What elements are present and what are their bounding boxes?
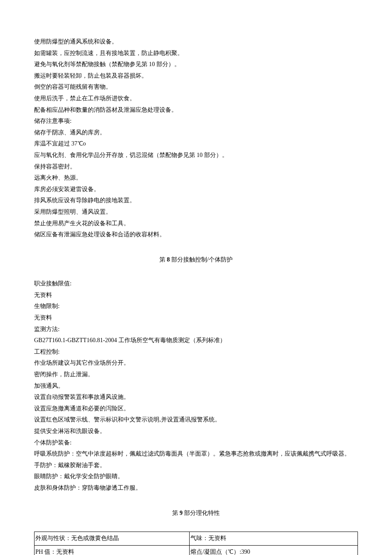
- body-line: 排风系统应设有导除静电的接地装置。: [34, 195, 358, 206]
- body-line: 工程控制:: [34, 346, 358, 358]
- heading-prefix: 第: [159, 256, 167, 263]
- heading-prefix: 第: [172, 510, 180, 516]
- body-line: 设置自动报警装置和事故通风设施。: [34, 392, 358, 403]
- body-line: 搬运时要轻装轻卸，防止包装及容器损坏。: [34, 70, 358, 82]
- body-line: 配备相应品种和数量的消防器材及泄漏应急处理设备。: [34, 105, 358, 116]
- table-row: PH 值：无资料 熔点/凝固点（℃）:390: [35, 545, 358, 555]
- body-line: 生物限制:: [34, 301, 358, 312]
- body-line: GB27T160.1-GBZTT160.81-2004 工作场所空气有毒物质测定…: [34, 335, 358, 346]
- body-line: 储区应备有泄漏应急处理设备和合适的收容材料。: [34, 229, 358, 241]
- body-line: 监测方法:: [34, 324, 358, 335]
- body-line: 使用后洗手，禁止在工作场所进饮食。: [34, 93, 358, 105]
- heading-number: 9: [180, 510, 183, 516]
- body-line: 库房必须安装避雷设备。: [34, 184, 358, 195]
- table-cell: PH 值：无资料: [35, 545, 190, 555]
- section-9-heading: 第 9 部分理化特性: [34, 508, 358, 519]
- body-line: 无资料: [34, 290, 358, 301]
- body-line: 倒空的容器可能残留有害物。: [34, 81, 358, 93]
- body-line: 设置应急撤离通道和必要的泻险区。: [34, 403, 358, 415]
- body-line: 无资料: [34, 312, 358, 324]
- body-line: 手防护：戴橡胶耐油手套。: [34, 460, 358, 471]
- body-line: 职业接触限值:: [34, 278, 358, 290]
- body-line: 呼吸系统防护：空气中浓度超标时，佩戴过滤式防毒面具（半面罩）。紧急事态抢救或撤离…: [34, 448, 358, 460]
- body-line: 提供安全淋浴和洗眼设备。: [34, 426, 358, 437]
- body-line: 设置红色区域警示线、警示标识和中文警示说明,并设置通讯报警系统。: [34, 414, 358, 426]
- body-line: 加强通风。: [34, 381, 358, 392]
- body-line: 作业场所建议与其它作业场所分开。: [34, 357, 358, 369]
- section-8-content: 职业接触限值: 无资料 生物限制: 无资料 监测方法: GB27T160.1-G…: [34, 278, 358, 494]
- body-line: 保持容器密封。: [34, 161, 358, 173]
- table-row: 外观与性状：无色或微黄色结晶 气味：无资料: [35, 532, 358, 546]
- section-7-content: 使用防爆型的通风系统和设备。 如需罐装，应控制流速，且有接地装置，防止静电积聚。…: [34, 36, 358, 241]
- body-line: 个体防护装备:: [34, 437, 358, 449]
- body-line: 应与氧化剂、食用化学品分开存放，切忌混储（禁配物参见第 10 部分）。: [34, 150, 358, 161]
- section-8-heading: 第 8 部分接触控制/个体防护: [34, 254, 358, 266]
- body-line: 禁止使用易产生火花的设备和工具。: [34, 218, 358, 230]
- heading-number: 8: [167, 256, 170, 263]
- body-line: 储存注意事项:: [34, 116, 358, 127]
- body-line: 如需罐装，应控制流速，且有接地装置，防止静电积聚。: [34, 48, 358, 59]
- body-line: 库温不宜超过 37℃o: [34, 138, 358, 150]
- body-line: 采用防爆型照明、通风设置。: [34, 206, 358, 218]
- body-line: 眼睛防护：戴化学安全防护眼睛。: [34, 471, 358, 482]
- body-line: 密闭操作，防止泄漏。: [34, 369, 358, 381]
- body-line: 远离火种、热源。: [34, 172, 358, 184]
- table-cell: 外观与性状：无色或微黄色结晶: [35, 532, 190, 546]
- body-line: 使用防爆型的通风系统和设备。: [34, 36, 358, 48]
- table-cell: 气味：无资料: [190, 532, 358, 546]
- body-line: 储存于阴凉、通风的库房。: [34, 127, 358, 139]
- body-line: 皮肤和身体防护：穿防毒物渗透工作服。: [34, 482, 358, 494]
- physicochemical-properties-table: 外观与性状：无色或微黄色结晶 气味：无资料 PH 值：无资料 熔点/凝固点（℃）…: [34, 532, 358, 555]
- table-cell: 熔点/凝固点（℃）:390: [190, 545, 358, 555]
- heading-suffix: 部分理化特性: [183, 510, 220, 516]
- body-line: 避免与氧化剂等禁配物接触（禁配物参见第 10 部分）。: [34, 59, 358, 70]
- heading-suffix: 部分接触控制/个体防护: [170, 256, 233, 263]
